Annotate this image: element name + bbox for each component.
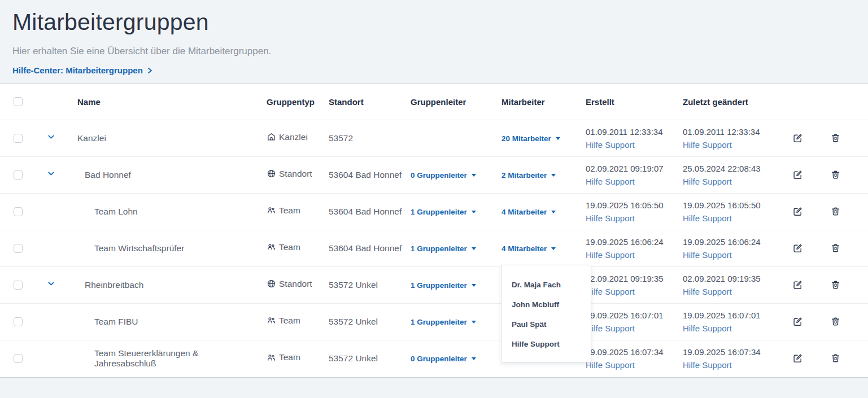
group-name: Team Steuererklärungen & Jahresabschluß bbox=[63, 348, 260, 369]
house-icon bbox=[267, 132, 276, 142]
created-date: 19.09.2025 16:05:50 bbox=[586, 199, 677, 212]
changed-by-link[interactable]: Hilfe Support bbox=[683, 175, 732, 188]
changed-date: 01.09.2011 12:33:34 bbox=[683, 125, 785, 138]
gruppenleiter-count-dropdown[interactable]: 1 Gruppenleiter bbox=[411, 208, 476, 216]
created-date: 02.09.2021 09:19:07 bbox=[586, 162, 677, 175]
row-checkbox[interactable] bbox=[14, 207, 23, 216]
created-date: 01.09.2011 12:33:34 bbox=[586, 125, 677, 138]
dropdown-item-employee[interactable]: Paul Spät bbox=[501, 314, 591, 334]
created-date: 19.09.2025 16:07:01 bbox=[586, 309, 677, 322]
changed-by-link[interactable]: Hilfe Support bbox=[683, 358, 732, 371]
changed-date: 25.05.2024 22:08:43 bbox=[683, 162, 785, 175]
changed-by-link[interactable]: Hilfe Support bbox=[683, 285, 732, 298]
table-row-team-lohn: Team Lohn Team 53604 Bad Honnef 1 Gruppe… bbox=[0, 193, 868, 230]
caret-down-icon bbox=[472, 174, 476, 177]
row-checkbox[interactable] bbox=[14, 281, 23, 290]
group-type-label: Team bbox=[279, 242, 300, 252]
mitarbeiter-count-dropdown-open[interactable]: 4 Mitarbeiter bbox=[501, 244, 556, 253]
mitarbeiter-dropdown-menu: Dr. Maja Fach John Mcbluff Paul Spät Hil… bbox=[501, 265, 591, 362]
edit-icon[interactable] bbox=[792, 206, 803, 217]
group-name: Team Lohn bbox=[63, 207, 260, 217]
help-center-link[interactable]: Hilfe-Center: Mitarbeitergruppen bbox=[12, 65, 153, 75]
created-by-link[interactable]: Hilfe Support bbox=[586, 285, 635, 298]
chevron-right-icon bbox=[146, 67, 153, 74]
people-icon bbox=[267, 242, 276, 252]
changed-by-link[interactable]: Hilfe Support bbox=[683, 248, 732, 261]
delete-icon[interactable] bbox=[830, 206, 841, 217]
created-by-link[interactable]: Hilfe Support bbox=[586, 138, 635, 151]
expand-chevron-down-icon[interactable] bbox=[46, 132, 56, 142]
delete-icon[interactable] bbox=[830, 169, 841, 180]
edit-icon[interactable] bbox=[792, 243, 803, 253]
changed-date: 19.09.2025 16:05:50 bbox=[683, 199, 785, 212]
group-type-label: Standort bbox=[279, 279, 312, 289]
column-header-gruppenleiter: Gruppenleiter bbox=[404, 84, 495, 120]
edit-icon[interactable] bbox=[792, 169, 803, 180]
changed-by-link[interactable]: Hilfe Support bbox=[683, 212, 732, 225]
gruppenleiter-count-dropdown[interactable]: 0 Gruppenleiter bbox=[411, 171, 476, 180]
delete-icon[interactable] bbox=[830, 133, 841, 143]
group-name: Kanzlei bbox=[63, 133, 260, 143]
delete-icon[interactable] bbox=[830, 353, 841, 364]
group-name: Bad Honnef bbox=[63, 170, 260, 180]
caret-down-icon bbox=[556, 137, 560, 140]
changed-by-link[interactable]: Hilfe Support bbox=[683, 322, 732, 335]
mitarbeiter-count-dropdown[interactable]: 2 Mitarbeiter bbox=[501, 171, 556, 180]
group-type-label: Team bbox=[279, 205, 300, 216]
created-by-link[interactable]: Hilfe Support bbox=[586, 248, 635, 261]
delete-icon[interactable] bbox=[830, 279, 841, 290]
created-date: 19.09.2025 16:07:34 bbox=[586, 345, 677, 358]
standort-cell: 53572 Unkel bbox=[322, 266, 404, 303]
table-row-rheinbreitbach: Rheinbreitbach Standort 53572 Unkel 1 Gr… bbox=[0, 266, 868, 303]
created-by-link[interactable]: Hilfe Support bbox=[586, 212, 635, 225]
delete-icon[interactable] bbox=[830, 243, 841, 253]
edit-icon[interactable] bbox=[792, 316, 803, 327]
edit-icon[interactable] bbox=[792, 353, 803, 364]
people-icon bbox=[267, 316, 276, 325]
dropdown-item-employee[interactable]: John Mcbluff bbox=[501, 295, 591, 314]
gruppenleiter-count-dropdown[interactable]: 1 Gruppenleiter bbox=[411, 281, 476, 290]
table-row-team-steuererklaerungen: Team Steuererklärungen & Jahresabschluß … bbox=[0, 340, 868, 377]
created-by-link[interactable]: Hilfe Support bbox=[586, 175, 635, 188]
created-date: 19.09.2025 16:06:24 bbox=[586, 235, 677, 248]
expand-chevron-down-icon[interactable] bbox=[46, 169, 56, 178]
gruppenleiter-count-dropdown[interactable]: 1 Gruppenleiter bbox=[411, 318, 476, 326]
standort-cell: 53572 Unkel bbox=[322, 340, 404, 377]
select-all-checkbox[interactable] bbox=[14, 97, 23, 106]
row-checkbox[interactable] bbox=[14, 354, 23, 363]
created-by-link[interactable]: Hilfe Support bbox=[586, 358, 635, 371]
table-row-team-fibu: Team FIBU Team 53572 Unkel 1 Gruppenleit… bbox=[0, 303, 868, 340]
changed-date: 02.09.2021 09:19:35 bbox=[683, 272, 785, 285]
mitarbeiter-count-dropdown[interactable]: 20 Mitarbeiter bbox=[501, 134, 560, 143]
column-header-standort: Standort bbox=[322, 84, 404, 120]
table-row-kanzlei: Kanzlei Kanzlei 53572 20 Mitarbeiter 01.… bbox=[0, 120, 868, 156]
expand-chevron-down-icon[interactable] bbox=[46, 279, 56, 288]
row-checkbox[interactable] bbox=[14, 244, 23, 253]
globe-icon bbox=[267, 169, 276, 178]
page-title: Mitarbeitergruppen bbox=[12, 9, 856, 36]
changed-date: 19.09.2025 16:07:01 bbox=[683, 309, 785, 322]
row-checkbox[interactable] bbox=[14, 317, 23, 326]
gruppenleiter-count-dropdown[interactable]: 0 Gruppenleiter bbox=[411, 355, 476, 363]
dropdown-item-employee[interactable]: Dr. Maja Fach bbox=[501, 275, 591, 295]
group-name: Team Wirtschaftsprüfer bbox=[63, 243, 260, 253]
caret-down-icon bbox=[472, 321, 476, 323]
row-checkbox[interactable] bbox=[14, 134, 23, 143]
page-subtitle: Hier erhalten Sie eine Übersicht über di… bbox=[12, 46, 856, 57]
changed-by-link[interactable]: Hilfe Support bbox=[683, 138, 732, 151]
changed-date: 19.09.2025 16:06:24 bbox=[683, 235, 785, 248]
delete-icon[interactable] bbox=[830, 316, 841, 327]
dropdown-item-employee[interactable]: Hilfe Support bbox=[501, 334, 591, 354]
group-type-label: Team bbox=[279, 316, 300, 326]
row-checkbox[interactable] bbox=[14, 170, 23, 180]
page-header: Mitarbeitergruppen Hier erhalten Sie ein… bbox=[0, 0, 868, 84]
edit-icon[interactable] bbox=[792, 133, 803, 143]
created-date: 02.09.2021 09:19:35 bbox=[586, 272, 677, 285]
created-by-link[interactable]: Hilfe Support bbox=[586, 322, 635, 335]
groups-table: Name Gruppentyp Standort Gruppenleiter M… bbox=[0, 84, 868, 377]
column-header-name: Name bbox=[63, 84, 260, 120]
gruppenleiter-count-dropdown[interactable]: 1 Gruppenleiter bbox=[411, 244, 476, 253]
edit-icon[interactable] bbox=[792, 279, 803, 290]
people-icon bbox=[267, 205, 276, 215]
mitarbeiter-count-dropdown[interactable]: 4 Mitarbeiter bbox=[501, 208, 556, 216]
